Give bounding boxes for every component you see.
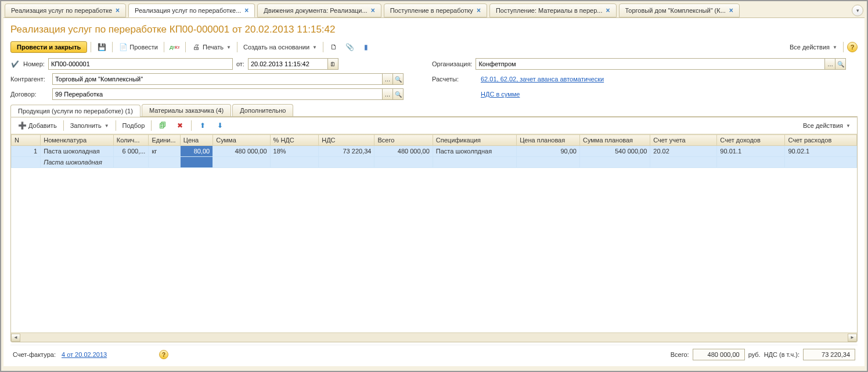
- table-row-sub[interactable]: Паста шоколадная: [12, 157, 857, 168]
- number-label: Номер:: [23, 60, 45, 67]
- all-actions-button[interactable]: Все действия▼: [787, 42, 840, 52]
- print-button[interactable]: 🖨Печать▼: [189, 41, 233, 53]
- disk-icon: 💾: [97, 42, 106, 52]
- dog-label: Договор:: [10, 91, 49, 98]
- grid-toolbar: ➕Добавить Заполнить▼ Подбор 🗐 ✖ ⬆ ⬇ Все …: [11, 117, 857, 134]
- settle-link[interactable]: 62.01, 62.02, зачет аванса автоматически: [481, 76, 604, 83]
- tabs-bar: Реализация услуг по переработке× Реализа…: [1, 1, 867, 17]
- dog-open-button[interactable]: 🔍: [393, 88, 404, 100]
- save-button[interactable]: 💾: [95, 41, 109, 53]
- post-and-close-button[interactable]: Провести и закрыть: [10, 41, 87, 53]
- date-label: от:: [236, 60, 244, 67]
- price-cell-selected: 80,00: [180, 146, 213, 157]
- printer-icon: 🖨: [192, 42, 201, 52]
- arrow-down-icon: ⬇: [215, 121, 225, 130]
- close-icon[interactable]: ×: [371, 6, 375, 15]
- vat-total-label: НДС (в т.ч.):: [764, 351, 799, 358]
- total-value: 480 000,00: [693, 349, 745, 360]
- scroll-right-button[interactable]: ►: [848, 334, 857, 342]
- sf-help-button[interactable]: ?: [159, 350, 168, 359]
- plus-icon: ➕: [17, 121, 27, 130]
- list-icon: 🗋: [329, 42, 338, 52]
- notes-icon: ▮: [362, 42, 371, 52]
- sub-tabs: Продукция (услуги по переработке) (1) Ма…: [10, 104, 858, 117]
- org-select-button[interactable]: …: [825, 58, 835, 70]
- total-label: Всего:: [671, 351, 689, 358]
- close-icon[interactable]: ×: [729, 6, 733, 15]
- tabs-menu-button[interactable]: ▾: [852, 5, 863, 16]
- main-toolbar: Провести и закрыть 💾 📄Провести ДтКт 🖨Печ…: [10, 40, 858, 56]
- dtkt-icon: ДтКт: [170, 42, 179, 52]
- close-icon[interactable]: ×: [116, 6, 120, 15]
- select-button[interactable]: Подбор: [120, 121, 148, 130]
- attach-button[interactable]: 📎: [343, 41, 357, 53]
- vat-link[interactable]: НДС в сумме: [481, 91, 520, 98]
- move-up-button[interactable]: ⬆: [195, 120, 210, 131]
- notes-button[interactable]: ▮: [359, 41, 373, 53]
- add-row-button[interactable]: ➕Добавить: [15, 120, 60, 131]
- sf-label: Счет-фактура:: [13, 351, 56, 358]
- list-button[interactable]: 🗋: [327, 41, 341, 53]
- dt-kt-button[interactable]: ДтКт: [168, 41, 182, 53]
- dog-select-button[interactable]: …: [383, 88, 393, 100]
- sub-tab-products[interactable]: Продукция (услуги по переработке) (1): [10, 105, 141, 117]
- footer: Счет-фактура: 4 от 20.02.2013 ? Всего: 4…: [10, 345, 858, 362]
- number-field[interactable]: [48, 58, 233, 70]
- copy-icon: 🗐: [158, 121, 167, 130]
- products-table[interactable]: NНоменклатураКолич... Едини...ЦенаСумма …: [11, 134, 857, 168]
- table-header-row: NНоменклатураКолич... Едини...ЦенаСумма …: [12, 135, 857, 146]
- contr-open-button[interactable]: 🔍: [393, 73, 404, 85]
- arrow-up-icon: ⬆: [198, 121, 207, 130]
- copy-row-button[interactable]: 🗐: [155, 120, 170, 131]
- tab-3[interactable]: Поступление в переработку×: [384, 3, 487, 17]
- posted-icon: ✔️: [10, 59, 20, 69]
- magnifier-icon: 🔍: [395, 91, 402, 98]
- close-icon[interactable]: ×: [606, 6, 610, 15]
- move-down-button[interactable]: ⬇: [213, 120, 228, 131]
- tab-4[interactable]: Поступление: Материалы в перер...×: [489, 3, 617, 17]
- calendar-button[interactable]: 🗓: [328, 58, 338, 70]
- post-icon: 📄: [118, 42, 128, 52]
- delete-icon: ✖: [175, 121, 185, 130]
- tab-2[interactable]: Движения документа: Реализаци...×: [257, 3, 381, 17]
- tab-5[interactable]: Торговый дом "Комплексный" (К...×: [619, 3, 740, 17]
- close-icon[interactable]: ×: [244, 6, 248, 15]
- sub-tab-materials[interactable]: Материалы заказчика (4): [142, 104, 231, 116]
- magnifier-icon: 🔍: [395, 76, 402, 83]
- paperclip-icon: 📎: [345, 42, 355, 52]
- dog-field[interactable]: [52, 88, 383, 100]
- vat-total-value: 73 220,34: [803, 349, 855, 360]
- create-based-button[interactable]: Создать на основании▼: [241, 42, 319, 52]
- fill-button[interactable]: Заполнить▼: [67, 121, 112, 130]
- settle-label: Расчеты:: [432, 76, 477, 83]
- sub-tab-extra[interactable]: Дополнительно: [232, 104, 293, 116]
- scroll-left-button[interactable]: ◄: [11, 334, 20, 342]
- table-row[interactable]: 1 Паста шоколадная 6 000,... кг 80,00 48…: [12, 146, 857, 157]
- currency-label: руб.: [748, 351, 761, 358]
- tab-0[interactable]: Реализация услуг по переработке×: [5, 3, 126, 17]
- contr-label: Контрагент:: [10, 76, 49, 83]
- calendar-icon: 🗓: [330, 61, 336, 67]
- help-button[interactable]: ?: [847, 42, 858, 52]
- org-field[interactable]: [476, 58, 825, 70]
- magnifier-icon: 🔍: [837, 61, 844, 67]
- contr-field[interactable]: [52, 73, 383, 85]
- org-label: Организация:: [432, 60, 472, 67]
- delete-row-button[interactable]: ✖: [172, 120, 188, 131]
- post-button[interactable]: 📄Провести: [116, 41, 160, 53]
- contr-select-button[interactable]: …: [383, 73, 393, 85]
- horizontal-scrollbar[interactable]: ◄ ►: [11, 332, 857, 342]
- tab-1[interactable]: Реализация услуг по переработке...×: [128, 3, 255, 17]
- grid-all-actions-button[interactable]: Все действия▼: [800, 121, 853, 130]
- org-open-button[interactable]: 🔍: [835, 58, 846, 70]
- close-icon[interactable]: ×: [477, 6, 481, 15]
- sf-link[interactable]: 4 от 20.02.2013: [62, 351, 107, 358]
- page-title: Реализация услуг по переработке КП00-000…: [10, 20, 858, 40]
- date-field[interactable]: [248, 58, 328, 70]
